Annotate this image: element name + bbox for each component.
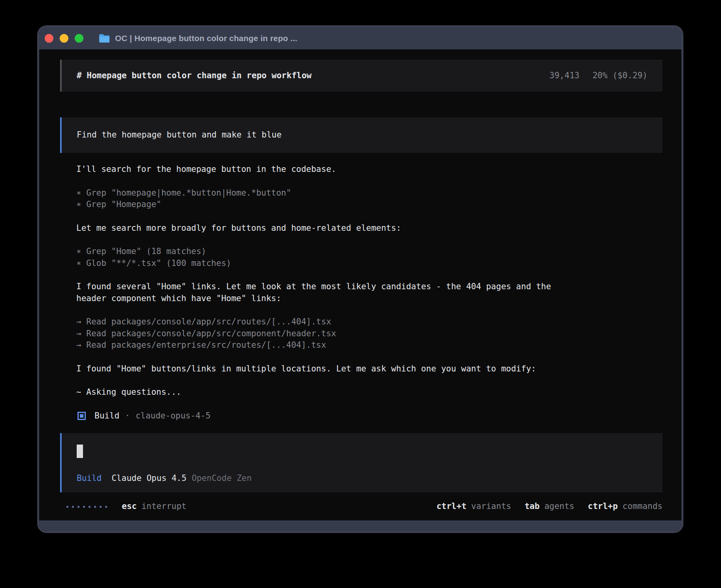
tool-call-line: → Read packages/console/app/src/routes/[… — [76, 316, 662, 328]
spinner-dot — [94, 506, 96, 508]
user-message-text: Find the homepage button and make it blu… — [77, 129, 281, 141]
tool-call-line: → Read packages/enterprise/src/routes/[.… — [76, 339, 662, 351]
hint-variants: ctrl+tvariants — [436, 501, 511, 513]
agent-model-id: claude-opus-4-5 — [136, 410, 211, 422]
assistant-paragraph: Let me search more broadly for buttons a… — [76, 222, 662, 234]
agent-status-line: Build·claude-opus-4-5 — [77, 410, 662, 422]
spinner-dot — [72, 506, 74, 508]
assistant-paragraph: I found several "Home" links. Let me loo… — [76, 281, 662, 304]
agent-mode-label: Build — [77, 473, 102, 484]
hint-key: esc — [122, 501, 137, 513]
tool-call-line: ∗ Grep "Home" (18 matches) — [76, 246, 662, 258]
assistant-text-line: Let me search more broadly for buttons a… — [76, 222, 662, 234]
tool-call-line: → Read packages/console/app/src/componen… — [76, 328, 662, 340]
spinner-dot — [105, 506, 107, 508]
context-usage: 20% ($0.29) — [593, 70, 647, 82]
tool-call-line: ∗ Grep "homepage|home.*button|Home.*butt… — [76, 187, 662, 199]
hint-label: commands — [623, 501, 662, 513]
agent-build-icon — [77, 412, 86, 420]
folder-icon — [98, 34, 110, 43]
assistant-paragraph: I found "Home" buttons/links in multiple… — [76, 363, 662, 375]
tool-call-line: ∗ Glob "**/*.tsx" (100 matches) — [76, 258, 662, 270]
tool-call-group: ∗ Grep "homepage|home.*button|Home.*butt… — [76, 187, 662, 211]
assistant-text-line: I'll search for the homepage button in t… — [76, 164, 662, 175]
tool-call-group: → Read packages/console/app/src/routes/[… — [76, 316, 662, 351]
hint-key: tab — [525, 501, 540, 513]
spinner-dot — [66, 506, 68, 508]
hint-label: interrupt — [142, 501, 187, 513]
status-bar: esc interrupt ctrl+tvariantstabagentsctr… — [60, 501, 662, 513]
zoom-button[interactable] — [75, 34, 83, 43]
assistant-paragraph: ~ Asking questions... — [76, 386, 662, 398]
model-name-label: Claude Opus 4.5 — [111, 473, 187, 484]
session-title: # Homepage button color change in repo w… — [77, 70, 311, 82]
hint-commands: ctrl+pcommands — [588, 501, 662, 513]
window-bottom-strip — [39, 520, 681, 531]
session-stats: 39,413 20% ($0.29) — [549, 70, 647, 82]
conversation-log: I'll search for the homepage button in t… — [60, 164, 662, 433]
status-bar-right: ctrl+tvariantstabagentsctrl+pcommands — [423, 501, 662, 513]
window-titlebar: OC | Homepage button color change in rep… — [39, 27, 681, 49]
assistant-text-line: I found several "Home" links. Let me loo… — [76, 281, 662, 293]
window-title: OC | Homepage button color change in rep… — [115, 34, 297, 43]
hint-label: variants — [471, 501, 511, 513]
hint-interrupt: esc interrupt — [122, 501, 187, 513]
token-count: 39,413 — [549, 70, 579, 82]
assistant-text-line: header component which have "Home" links… — [76, 293, 662, 305]
agent-name: Build — [94, 410, 119, 422]
hint-key: ctrl+t — [436, 501, 466, 513]
user-message: Find the homepage button and make it blu… — [60, 117, 662, 153]
text-cursor — [77, 445, 83, 458]
tool-call-line: ∗ Grep "Homepage" — [76, 199, 662, 211]
assistant-paragraph: I'll search for the homepage button in t… — [76, 164, 662, 175]
spinner-dot — [77, 506, 79, 508]
assistant-text-line: I found "Home" buttons/links in multiple… — [76, 363, 662, 375]
minimize-button[interactable] — [60, 34, 68, 43]
tool-call-group: ∗ Grep "Home" (18 matches)∗ Glob "**/*.t… — [76, 246, 662, 269]
spinner-dot — [100, 506, 102, 508]
terminal-window: OC | Homepage button color change in rep… — [38, 26, 683, 532]
hint-label: agents — [544, 501, 574, 513]
terminal-content: # Homepage button color change in repo w… — [39, 49, 681, 520]
hint-key: ctrl+p — [588, 501, 618, 513]
assistant-text-line: ~ Asking questions... — [76, 386, 662, 398]
working-spinner-dots — [66, 506, 111, 508]
spinner-dot — [89, 506, 91, 508]
close-button[interactable] — [45, 34, 53, 43]
prompt-input[interactable]: Build Claude Opus 4.5 OpenCode Zen — [60, 433, 662, 493]
agent-separator: · — [125, 410, 130, 422]
session-header: # Homepage button color change in repo w… — [60, 60, 662, 92]
input-status-line: Build Claude Opus 4.5 OpenCode Zen — [77, 473, 647, 484]
spinner-dot — [83, 506, 85, 508]
hint-agents: tabagents — [525, 501, 574, 513]
provider-label: OpenCode Zen — [192, 473, 252, 484]
